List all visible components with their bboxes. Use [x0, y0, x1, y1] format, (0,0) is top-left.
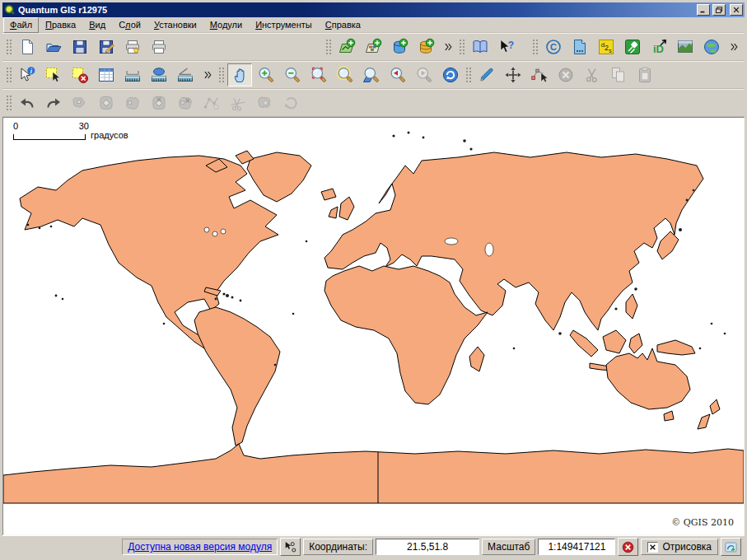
add-postgis-layer-button[interactable] — [387, 35, 412, 58]
select-icon — [44, 66, 63, 84]
crs-status-button[interactable] — [721, 538, 741, 556]
identify-features-button[interactable]: i — [15, 63, 40, 86]
add-database-icon — [417, 38, 435, 56]
add-raster-layer-button[interactable] — [361, 35, 385, 58]
measure-area-button[interactable] — [147, 63, 171, 86]
undo-button[interactable] — [15, 91, 40, 114]
minimize-button[interactable] — [697, 4, 710, 16]
zoom-last-button[interactable] — [385, 63, 410, 86]
restore-button[interactable] — [712, 4, 726, 16]
text-annotation-plugin-button[interactable] — [567, 35, 592, 58]
whats-this-button[interactable]: ? — [494, 35, 519, 58]
map-copyright-label: © QGIS 2010 — [671, 517, 734, 528]
copyright-label-plugin-button[interactable]: C — [541, 35, 566, 58]
clipboard-icon — [636, 66, 654, 84]
zoom-out-button[interactable] — [280, 63, 305, 86]
close-icon — [731, 6, 741, 14]
new-project-button[interactable] — [15, 35, 40, 58]
move-arrows-icon — [504, 66, 522, 84]
map-canvas[interactable]: 0 30 градусов © QGIS 2010 — [2, 117, 745, 535]
add-database-layer-button[interactable] — [413, 35, 438, 58]
menu-help[interactable]: Справка — [319, 17, 367, 33]
toggle-extents-button[interactable] — [280, 538, 301, 556]
menu-edit[interactable]: Правка — [39, 17, 82, 33]
plugin-update-link[interactable]: Доступна новая версия модуля — [122, 539, 278, 555]
zoom-to-layer-button[interactable] — [359, 63, 384, 86]
redo-button[interactable] — [41, 91, 66, 114]
scale-bar-start: 0 — [13, 122, 18, 131]
menu-tools[interactable]: Инструменты — [249, 17, 319, 33]
delete-part-button — [173, 91, 198, 114]
digitizing-toolbar-drag-handle[interactable] — [465, 66, 471, 84]
move-feature-button[interactable] — [501, 63, 525, 86]
add-ring-button — [94, 91, 119, 114]
add-vector-layer-button[interactable] — [334, 35, 359, 58]
help-toolbar: ? — [457, 34, 520, 60]
coordinates-label: Координаты: — [303, 539, 373, 555]
toggle-editing-button[interactable] — [474, 63, 499, 86]
menu-view[interactable]: Вид — [82, 17, 112, 33]
plugin-installer-button[interactable] — [620, 35, 645, 58]
refresh-map-button[interactable] — [438, 63, 463, 86]
layer-toolbar-overflow[interactable] — [440, 35, 456, 58]
attributes-toolbar-drag-handle[interactable] — [6, 66, 12, 84]
georeferencer-plugin-button[interactable] — [673, 35, 698, 58]
delete-part-icon — [176, 94, 194, 112]
navigation-toolbar-drag-handle[interactable] — [218, 66, 224, 84]
new-print-composer-button[interactable] — [120, 35, 145, 58]
close-button[interactable] — [730, 4, 743, 16]
folder-open-icon — [44, 38, 63, 56]
node-tool-button[interactable] — [527, 63, 552, 86]
menu-file[interactable]: Файл — [3, 17, 39, 33]
zoom-next-button — [412, 63, 437, 86]
delete-selected-button — [553, 63, 578, 86]
help-toolbar-drag-handle[interactable] — [459, 38, 465, 56]
help-contents-button[interactable] — [468, 35, 493, 58]
svg-text:iD: iD — [653, 43, 664, 55]
georeferencer-icon — [676, 38, 694, 56]
open-project-button[interactable] — [41, 35, 66, 58]
advanced-digitizing-toolbar-drag-handle[interactable] — [6, 94, 12, 112]
menu-layer[interactable]: Слой — [112, 17, 147, 33]
render-checkbox[interactable] — [647, 542, 658, 553]
title-bar[interactable]: Quantum GIS r12975 — [2, 2, 745, 17]
dxf2shp-converter-plugin-button[interactable]: d2s — [594, 35, 619, 58]
menu-settings[interactable]: Установки — [147, 17, 203, 33]
print-button[interactable] — [147, 35, 171, 58]
menu-plugins[interactable]: Модули — [203, 17, 249, 33]
plugins-toolbar-drag-handle[interactable] — [532, 38, 538, 56]
deselect-features-button[interactable] — [68, 63, 92, 86]
overflow-chevron-icon — [202, 69, 213, 81]
zoom-in-button[interactable] — [254, 63, 278, 86]
layer-toolbar-drag-handle[interactable] — [325, 38, 331, 56]
render-toggle[interactable]: Отрисовка — [641, 539, 718, 555]
advanced-digitizing-toolbar — [4, 90, 304, 116]
restore-icon — [714, 6, 724, 14]
measure-angle-button[interactable] — [173, 63, 198, 86]
scale-input[interactable] — [538, 539, 615, 555]
attribute-table-icon — [97, 66, 115, 84]
svg-text:2: 2 — [605, 44, 609, 52]
coordinates-input[interactable] — [376, 539, 479, 555]
open-attribute-table-button[interactable] — [94, 63, 119, 86]
zoom-to-selection-button[interactable] — [306, 63, 331, 86]
zoom-full-extent-button[interactable] — [333, 63, 357, 86]
zoom-in-icon — [257, 66, 275, 84]
plugins-toolbar-overflow[interactable] — [726, 35, 742, 58]
measure-line-button[interactable] — [120, 63, 145, 86]
save-project-as-button[interactable] — [94, 35, 119, 58]
zoom-last-icon — [389, 66, 407, 84]
window-title: Quantum GIS r12975 — [18, 5, 694, 15]
status-bar: Доступна новая версия модуля Координаты:… — [2, 535, 745, 558]
coordinate-capture-plugin-button[interactable] — [699, 35, 724, 58]
undo-arrow-icon — [18, 94, 36, 112]
file-toolbar-drag-handle[interactable] — [6, 38, 12, 56]
attributes-toolbar-overflow[interactable] — [199, 63, 216, 86]
pan-map-button[interactable] — [227, 63, 252, 86]
edit-pencil-icon — [478, 66, 496, 84]
continent-south-america — [194, 307, 280, 446]
osm-id-plugin-button[interactable]: iD — [647, 35, 671, 58]
save-project-button[interactable] — [68, 35, 92, 58]
select-features-button[interactable] — [41, 63, 66, 86]
stop-rendering-button[interactable] — [618, 538, 638, 556]
